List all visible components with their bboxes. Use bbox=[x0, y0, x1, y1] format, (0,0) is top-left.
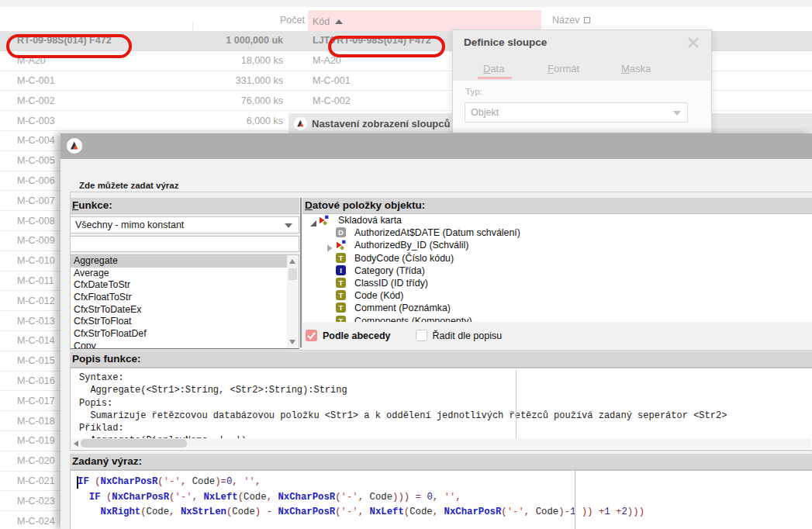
grid-header-row: Počet Kód Název bbox=[0, 10, 812, 31]
cell-name: M-C-023 bbox=[17, 491, 55, 510]
scroll-left-icon[interactable] bbox=[74, 441, 78, 447]
cell-name: M-C-008 bbox=[17, 211, 55, 230]
description-line: Popis: bbox=[71, 397, 812, 410]
column-header-pocet[interactable]: Počet bbox=[194, 10, 305, 31]
tree-item[interactable]: DAuthorizedAt$DATE (Datum schválení) bbox=[302, 226, 812, 239]
tree-item[interactable]: AuthorizedBy_ID (Schválil) bbox=[302, 239, 812, 251]
expression-code-editor[interactable]: IF (NxCharPosR('-', Code)=0, '', IF (NxC… bbox=[70, 470, 812, 529]
function-search-input[interactable] bbox=[70, 236, 299, 252]
field-type-T-icon: T bbox=[336, 253, 347, 264]
cell-name: M-C-003 bbox=[17, 111, 55, 130]
cell-name: M-C-010 bbox=[17, 251, 55, 271]
tree-expand-icon[interactable] bbox=[326, 241, 333, 249]
code-line: IF (NxCharPosR('-', NxLeft(Code, NxCharP… bbox=[71, 490, 812, 506]
scroll-up-icon[interactable] bbox=[289, 259, 295, 264]
tree-item[interactable]: TComment (Poznámka) bbox=[302, 302, 812, 314]
function-list: AggregateAverageCfxDateToStrCfxFloatToSt… bbox=[70, 254, 299, 349]
alphabetical-checkbox[interactable] bbox=[306, 330, 317, 341]
tab-maska[interactable]: Maska bbox=[621, 63, 651, 74]
tree-options-row: Podle abecedy Řadit dle popisu bbox=[302, 323, 812, 347]
function-description-box: Syntaxe: Aggregate(<Str1>:String, <Str2>… bbox=[70, 368, 812, 451]
tree-item-label: Components (Komponenty) bbox=[354, 316, 472, 322]
data-items-tree: Skladová kartaDAuthorizedAt$DATE (Datum … bbox=[302, 214, 812, 322]
cell-quantity: 76,000 ks bbox=[140, 91, 283, 110]
dialog-title: Definice sloupce bbox=[464, 36, 547, 48]
field-type-D-icon: D bbox=[336, 227, 347, 238]
cell-name: M-C-015 bbox=[17, 351, 55, 371]
function-list-item[interactable]: Copy bbox=[71, 341, 299, 349]
close-icon[interactable] bbox=[685, 34, 702, 51]
expression-code: IF (NxCharPosR('-', Code)=0, '', IF (NxC… bbox=[71, 475, 812, 520]
description-line: Syntaxe: bbox=[71, 372, 812, 384]
scroll-down-icon[interactable] bbox=[289, 340, 295, 344]
annotation-ellipse-kod bbox=[328, 36, 445, 57]
cell-name: M-C-013 bbox=[17, 311, 55, 330]
type-dropdown[interactable]: Objekt bbox=[465, 102, 688, 123]
tree-item-label: AuthorizedAt$DATE (Datum schválení) bbox=[354, 227, 520, 238]
cell-code: M-C-002 bbox=[313, 91, 351, 110]
tree-item[interactable]: ICategory (Třída) bbox=[302, 264, 812, 277]
chevron-down-icon bbox=[285, 223, 292, 228]
expression-dialog-titlebar[interactable] bbox=[60, 133, 812, 159]
column-header-nazev[interactable]: Název bbox=[552, 10, 590, 31]
sort-by-description-label: Řadit dle popisu bbox=[433, 330, 503, 341]
function-description-header: Popis funkce: bbox=[70, 351, 812, 368]
field-type-T-icon: T bbox=[336, 303, 347, 313]
function-list-item[interactable]: CfxStrToDateEx bbox=[71, 304, 299, 316]
column-header-kod[interactable]: Kód bbox=[308, 10, 541, 31]
cell-name: M-C-009 bbox=[17, 231, 55, 251]
cell-name: M-C-001 bbox=[17, 71, 55, 91]
cell-name: M-C-005 bbox=[17, 151, 55, 171]
code-line: IF (NxCharPosR('-', Code)=0, '', bbox=[71, 475, 812, 490]
field-type-I-icon: I bbox=[336, 265, 347, 276]
tree-item[interactable]: Skladová karta bbox=[302, 214, 812, 226]
chevron-down-icon bbox=[673, 111, 681, 116]
function-filter-dropdown[interactable]: Všechny - mimo konstant bbox=[70, 216, 299, 233]
expression-header: Zadaný výraz: bbox=[70, 454, 812, 470]
description-horizontal-scrollbar[interactable] bbox=[71, 438, 811, 448]
tree-item[interactable]: TBodyCode (Číslo kódu) bbox=[302, 252, 812, 264]
tree-item-label: Skladová karta bbox=[338, 215, 402, 226]
function-list-item[interactable]: CfxStrToFloatDef bbox=[71, 328, 299, 341]
active-tab-indicator bbox=[478, 77, 512, 79]
cell-name: M-C-021 bbox=[17, 472, 55, 491]
cell-name: M-C-002 bbox=[17, 91, 55, 110]
column-options-icon bbox=[584, 17, 590, 23]
tree-item-label: Comment (Poznámka) bbox=[354, 303, 451, 313]
object-type-icon bbox=[319, 215, 330, 226]
panel-divider[interactable] bbox=[300, 198, 302, 347]
function-list-item[interactable]: CfxDateToStr bbox=[71, 279, 299, 292]
cell-name: M-C-014 bbox=[17, 331, 55, 351]
cell-name: M-C-011 bbox=[17, 271, 54, 291]
cell-name: M-C-007 bbox=[17, 191, 55, 210]
function-description-text: Syntaxe: Aggregate(<Str1>:String, <Str2>… bbox=[71, 368, 812, 448]
annotation-ellipse-name bbox=[6, 34, 132, 58]
alphabetical-checkbox-label: Podle abecedy bbox=[323, 330, 391, 341]
field-type-T-icon: T bbox=[336, 278, 347, 289]
function-list-item[interactable]: CfxFloatToStr bbox=[71, 292, 299, 304]
cell-name: M-C-006 bbox=[17, 171, 55, 191]
tree-collapse-icon[interactable] bbox=[309, 216, 317, 224]
tree-item-label: Category (Třída) bbox=[354, 265, 425, 276]
cell-name: M-C-012 bbox=[17, 291, 55, 310]
columns-window-title: Nastavení zobrazení sloupců bbox=[312, 118, 450, 130]
sort-by-description-checkbox[interactable] bbox=[416, 330, 427, 341]
tree-item-label: ClassID (ID třídy) bbox=[354, 278, 428, 289]
function-list-item[interactable]: Average bbox=[71, 268, 299, 280]
code-line: NxRight(Code, NxStrLen(Code) - NxCharPos… bbox=[71, 505, 812, 520]
cell-quantity: 1 000,000 uk bbox=[140, 31, 283, 50]
app-logo-icon bbox=[294, 117, 307, 130]
tree-item[interactable]: TComponents (Komponenty) bbox=[302, 315, 812, 323]
function-list-item[interactable]: CfxStrToFloat bbox=[71, 316, 299, 328]
tree-item-label: Code (Kód) bbox=[354, 290, 403, 301]
scrollbar-thumb[interactable] bbox=[289, 268, 297, 280]
tab-data[interactable]: Data bbox=[483, 63, 504, 74]
tab-format[interactable]: Formát bbox=[548, 63, 579, 74]
cell-name: M-C-017 bbox=[17, 391, 55, 410]
tree-item[interactable]: TCode (Kód) bbox=[302, 289, 812, 302]
function-list-scrollbar[interactable] bbox=[287, 255, 299, 348]
cell-code: M-C-001 bbox=[313, 71, 351, 91]
function-list-item[interactable]: Aggregate bbox=[71, 255, 299, 268]
tree-item[interactable]: TClassID (ID třídy) bbox=[302, 277, 812, 289]
scrollbar-thumb[interactable] bbox=[81, 439, 187, 448]
